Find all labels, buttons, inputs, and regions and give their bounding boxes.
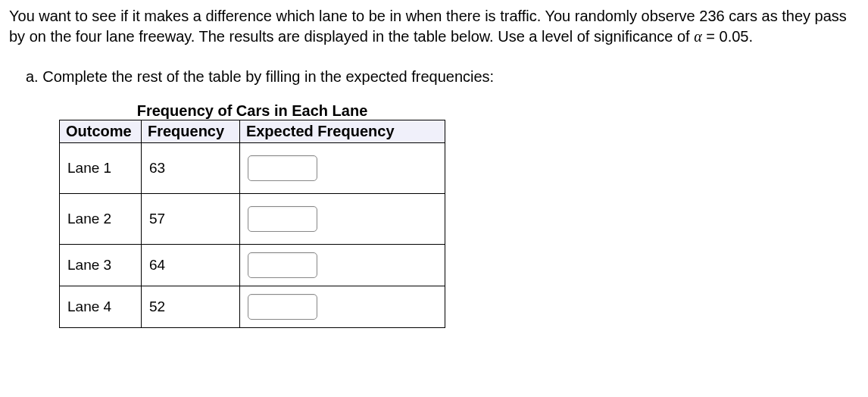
expected-input[interactable] <box>248 206 317 232</box>
outcome-cell: Lane 4 <box>60 286 142 328</box>
frequency-cell: 63 <box>141 143 239 194</box>
header-outcome: Outcome <box>60 120 142 143</box>
alpha-value: = 0.05. <box>702 28 753 45</box>
header-frequency: Frequency <box>141 120 239 143</box>
table-row: Lane 3 64 <box>60 245 445 286</box>
expected-cell <box>239 245 445 286</box>
header-expected: Expected Frequency <box>239 120 445 143</box>
frequency-table: Outcome Frequency Expected Frequency Lan… <box>59 120 445 328</box>
table-header-row: Outcome Frequency Expected Frequency <box>60 120 445 143</box>
problem-statement: You want to see if it makes a difference… <box>9 6 859 47</box>
table-row: Lane 4 52 <box>60 286 445 328</box>
expected-cell <box>239 194 445 245</box>
question-a: a. Complete the rest of the table by fil… <box>9 68 859 86</box>
expected-cell <box>239 143 445 194</box>
expected-cell <box>239 286 445 328</box>
outcome-cell: Lane 1 <box>60 143 142 194</box>
table-row: Lane 2 57 <box>60 194 445 245</box>
expected-input[interactable] <box>248 294 317 320</box>
frequency-cell: 64 <box>141 245 239 286</box>
frequency-cell: 57 <box>141 194 239 245</box>
expected-input[interactable] <box>248 155 317 181</box>
outcome-cell: Lane 3 <box>60 245 142 286</box>
alpha-symbol: α <box>694 28 702 45</box>
table-title: Frequency of Cars in Each Lane <box>59 102 445 120</box>
outcome-cell: Lane 2 <box>60 194 142 245</box>
table-row: Lane 1 63 <box>60 143 445 194</box>
expected-input[interactable] <box>248 252 317 278</box>
frequency-cell: 52 <box>141 286 239 328</box>
